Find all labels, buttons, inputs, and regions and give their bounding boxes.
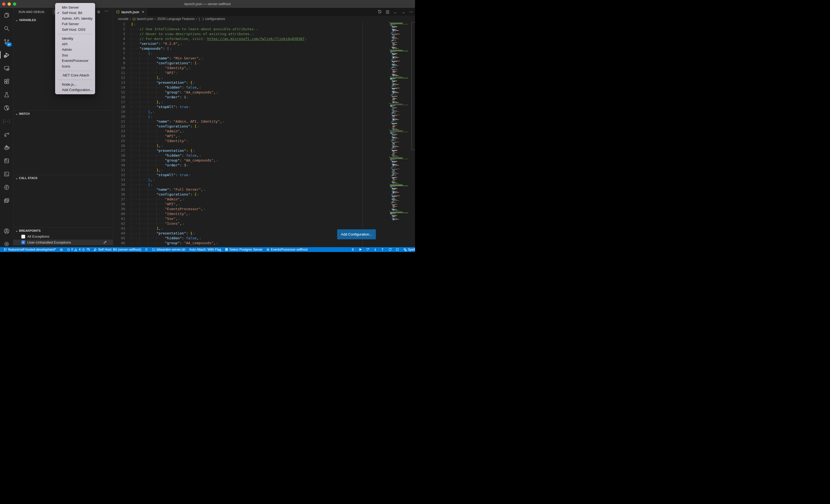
problems-status[interactable]: 0475 <box>67 248 90 251</box>
status-item-eventsprocessor-selfhost[interactable]: EventsProcessor-selfhost <box>266 248 308 251</box>
debug-gear-icon[interactable] <box>96 10 101 14</box>
menu-item-full-server[interactable]: Full Server <box>55 21 95 27</box>
menu-item-eventsprocessor[interactable]: EventsProcessor <box>55 58 95 64</box>
activity-floppy-icon[interactable] <box>0 154 13 167</box>
code-line[interactable]: 34········{↓ <box>113 182 415 187</box>
activity-account-icon[interactable] <box>0 225 13 237</box>
activity-beaker-icon[interactable] <box>0 88 13 101</box>
menu-item-self-host-bit[interactable]: ✓Self Host: Bit <box>55 10 95 16</box>
code-line[interactable]: 14················"hidden":·false,↓ <box>113 85 415 90</box>
code-line[interactable]: 3····//·Hover·to·view·descriptions·of·ex… <box>113 32 415 36</box>
add-configuration-button[interactable]: Add Configuration... <box>337 229 376 239</box>
code-line[interactable]: 36············"configurations":·[↓ <box>113 192 415 197</box>
code-line[interactable]: 32············"stopAll":·true↓ <box>113 173 415 177</box>
activity-extensions-icon[interactable] <box>0 75 13 88</box>
status-item[interactable] <box>388 248 392 251</box>
code-line[interactable]: 21············"name":·"Admin,·API,·Ident… <box>113 119 415 124</box>
breakpoint-row[interactable]: ✓User-Unhandled Exceptions <box>13 240 113 245</box>
menu-item-identity[interactable]: Identity <box>55 36 95 42</box>
code-line[interactable]: 29················"group":·"AA_compounds… <box>113 158 415 163</box>
code-line[interactable]: 25················"Identity"↓ <box>113 139 415 143</box>
activity-circle-branch-icon[interactable] <box>0 101 13 114</box>
code-line[interactable]: 2····//·Use·IntelliSense·to·learn·about·… <box>113 27 415 32</box>
code-line[interactable]: 10················"Identity",↓ <box>113 66 415 70</box>
activity-braces-face-icon[interactable]: {··} <box>0 114 13 128</box>
status-item[interactable] <box>373 248 377 251</box>
status-item[interactable] <box>59 248 63 251</box>
activity-docker-icon[interactable] <box>0 141 13 154</box>
code-line[interactable]: 5····"version":·"0.2.0",↓ <box>113 41 415 46</box>
menu-item-admin[interactable]: Admin <box>55 47 95 53</box>
code-line[interactable]: 16················"order":·1↓ <box>113 95 415 100</box>
status-item[interactable] <box>358 248 362 251</box>
status-item-select-postgres-server[interactable]: Select Postgres Server <box>225 248 263 251</box>
tab-launch-json[interactable]: {} launch.json × <box>113 8 147 16</box>
minimap[interactable] <box>388 22 409 247</box>
activity-live-share-icon[interactable] <box>0 128 13 141</box>
code-line[interactable]: 33········},↓ <box>113 177 415 182</box>
code-line[interactable]: 18············"stopAll":·true↓ <box>113 104 415 109</box>
code-line[interactable]: 6····"compounds":·[↓ <box>113 46 415 51</box>
code-line[interactable]: 27············"presentation":·{↓ <box>113 148 415 153</box>
menu-item-api[interactable]: API <box>55 41 95 47</box>
minimize-window-button[interactable] <box>7 2 11 6</box>
code-line[interactable]: 24················"API",↓ <box>113 134 415 139</box>
split-editor-icon[interactable] <box>386 10 390 14</box>
call-stack-section-header[interactable]: ⌄ CALL STACK <box>13 175 113 181</box>
code-line[interactable]: 19········},↓ <box>113 109 415 114</box>
menu-item-sso[interactable]: Sso <box>55 53 95 58</box>
scrollbar-slider[interactable] <box>412 22 415 150</box>
menu-item-icons[interactable]: Icons <box>55 64 95 69</box>
code-line[interactable]: 42················"Icons",↓ <box>113 221 415 226</box>
more-actions-icon[interactable]: ⋯ <box>104 9 108 13</box>
breadcrumb-item[interactable]: {}launch.json <box>132 17 153 21</box>
activity-search-icon[interactable] <box>0 22 13 35</box>
status-item[interactable] <box>366 248 370 251</box>
code-line[interactable]: 26············],↓ <box>113 143 415 148</box>
zoom-window-button[interactable] <box>13 2 16 6</box>
watch-section-header[interactable]: ⌄ WATCH <box>13 111 113 117</box>
menu-item-net-core-attach[interactable]: .NET Core Attach <box>55 73 95 78</box>
activity-terminal-icon[interactable] <box>0 167 13 180</box>
breakpoints-section-header[interactable]: ⌄ BREAKPOINTS <box>13 228 113 234</box>
edit-pencil-icon[interactable] <box>103 240 107 244</box>
code-line[interactable]: 8············"name":·"Min·Server",↓ <box>113 56 415 61</box>
activity-source-control-icon[interactable]: 47 <box>0 35 13 48</box>
more-actions-icon[interactable]: ⋯ <box>409 9 413 14</box>
status-item-spell[interactable]: Spell <box>403 248 415 251</box>
code-line[interactable]: 41················"Sso",↓ <box>113 216 415 221</box>
activity-files-icon[interactable] <box>0 9 13 22</box>
code-line[interactable]: 37················"Admin",↓ <box>113 197 415 202</box>
status-item-bitwarden-server-sln[interactable]: bitwarden-server.sln <box>152 248 186 251</box>
menu-item-node-js[interactable]: Node.js... <box>55 81 95 87</box>
breadcrumb-item[interactable]: JSON Language Features <box>157 17 195 21</box>
code-line[interactable]: 9············"configurations":·[↓ <box>113 61 415 66</box>
status-item[interactable] <box>145 248 148 251</box>
code-line[interactable]: 1{↓ <box>113 22 415 27</box>
status-item-feature-self-hosted-development[interactable]: feature/self-hosted-development* <box>3 248 56 251</box>
status-item-self-host-bit-server-selfhost[interactable]: Self Host: Bit (server-selfhost) <box>94 248 141 251</box>
timeline-history-icon[interactable] <box>378 10 382 14</box>
code-line[interactable]: 35············"name":·"Full·Server",↓ <box>113 187 415 192</box>
breakpoint-row[interactable]: All Exceptions <box>13 234 113 239</box>
activity-postgres-icon[interactable] <box>0 181 13 194</box>
code-line[interactable]: 39················"EventsProcessor",↓ <box>113 207 415 211</box>
code-line[interactable]: 15················"group":·"AA_compounds… <box>113 90 415 95</box>
code-line[interactable]: 23················"Admin",↓ <box>113 129 415 134</box>
status-item[interactable] <box>351 248 355 251</box>
breadcrumb-item[interactable]: [ ]configurations <box>199 17 225 21</box>
status-item-auto-attach-with-flag[interactable]: Auto Attach: With Flag <box>189 248 221 251</box>
code-line[interactable]: 22············"configurations":·[↓ <box>113 124 415 129</box>
menu-item-add-configuration[interactable]: Add Configuration... <box>55 87 95 93</box>
menu-item-min-server[interactable]: Min Server <box>55 5 95 10</box>
activity-panels-icon[interactable] <box>0 194 13 207</box>
activity-run-debug-icon[interactable] <box>0 48 13 61</box>
code-line[interactable]: 40················"Identity",↓ <box>113 211 415 216</box>
status-item[interactable] <box>395 248 399 251</box>
code-line[interactable]: 4····//·For·more·information,·visit:·htt… <box>113 36 415 41</box>
code-line[interactable]: 30················"order":·3↓ <box>113 163 415 168</box>
code-line[interactable]: 38················"API",↓ <box>113 202 415 207</box>
close-tab-icon[interactable]: × <box>142 10 144 14</box>
navigate-forward-icon[interactable]: → <box>401 10 405 14</box>
code-line[interactable]: 12············],↓ <box>113 75 415 80</box>
